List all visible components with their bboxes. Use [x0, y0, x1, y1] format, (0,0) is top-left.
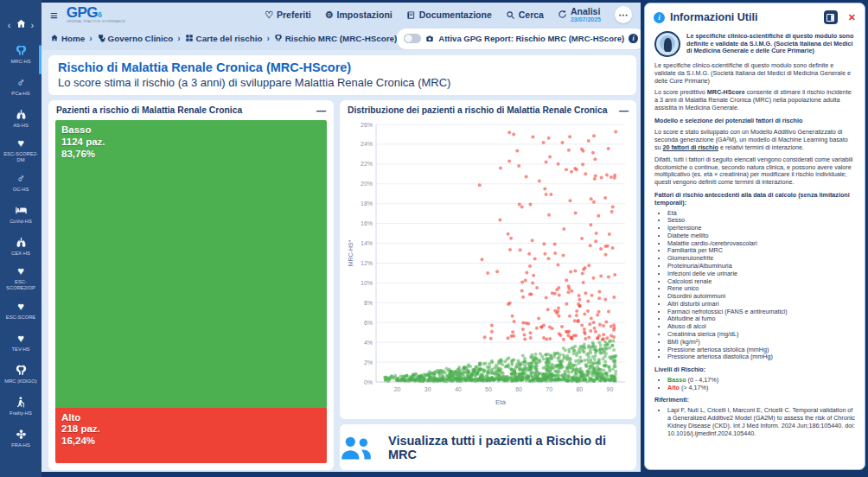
toggle-switch[interactable]	[404, 34, 421, 43]
menu-item-documentazione[interactable]: Documentazione	[406, 10, 492, 20]
close-icon[interactable]: ✕	[848, 12, 856, 23]
svg-text:40: 40	[455, 386, 462, 392]
svg-text:6%: 6%	[364, 320, 373, 326]
grid-icon	[185, 34, 194, 44]
dock-icon[interactable]	[824, 10, 838, 24]
kidney-icon	[15, 364, 28, 377]
book-icon	[406, 10, 416, 20]
view-patients-button[interactable]: Visualizza tutti i pazienti a Rischio di…	[340, 424, 636, 470]
simg-caption: Le specifiche clinico-scientifiche di qu…	[686, 33, 855, 55]
sidebar-nav: ‹ ›	[0, 12, 41, 38]
home-icon	[50, 34, 59, 44]
lungs-icon	[15, 236, 28, 249]
summary-card-collapse-icon[interactable]: —	[316, 107, 326, 114]
heart-icon: ♥	[17, 137, 24, 149]
gpg-report-toggle[interactable]: Attiva GPG Report: Rischio MRC (MRC-HSco…	[397, 29, 641, 49]
more-menu-icon[interactable]: ⋯	[615, 6, 632, 23]
info-icon: i	[654, 12, 665, 23]
sidebar-item-as-hs[interactable]: AS-HS	[0, 102, 41, 134]
svg-text:20: 20	[394, 386, 401, 392]
menu-item-preferiti[interactable]: ♡Preferiti	[265, 10, 311, 21]
sidebar-item-esc-score2-op[interactable]: ♥ESC-SCORE2/OP	[0, 262, 41, 294]
sidebar-item-label: OC-HS	[13, 187, 29, 193]
sidebar-scroll-indicator[interactable]	[39, 45, 41, 74]
info-panel-title: Informazioni Utili	[670, 11, 819, 23]
flower-icon	[15, 428, 28, 441]
sidebar-item-label: TEV-HS	[12, 347, 30, 353]
menu-item-impostazioni[interactable]: ⚙Impostazioni	[325, 10, 393, 21]
svg-text:Età: Età	[495, 398, 507, 406]
sidebar-item-label: MRC-HS	[10, 59, 30, 65]
sidebar-item-covid-hs[interactable]: CoVid-HS	[0, 198, 41, 230]
breadcrumb-item-rischio-mrc-mrc-hscore[interactable]: Rischio MRC (MRC-HScore)	[274, 34, 398, 44]
risk-segment-alto[interactable]: Alto218 paz.16,24%	[55, 408, 327, 463]
male-icon: ♂	[16, 76, 25, 89]
svg-text:70: 70	[546, 386, 552, 392]
risk-levels-list: Basso (0 - 4,17%)Alto (> 4,17%)	[654, 377, 855, 392]
toggle-info-icon[interactable]: i	[629, 34, 638, 43]
references-list: Lapi F, Nuti L, Cricelli I, Marconi E, C…	[654, 407, 855, 437]
info-panel-header: i Informazioni Utili ✕	[645, 3, 865, 29]
kidney-icon	[15, 44, 28, 57]
breadcrumb: Home›Governo Clinico›Carte del rischio›R…	[50, 34, 397, 44]
sidebar-item-esc-score[interactable]: ♥ESC-SCORE	[0, 294, 41, 326]
paragraph-validation: Le specifiche clinico-scientifiche di qu…	[654, 62, 855, 85]
sidebar-item-mrc-hs[interactable]: MRC-HS	[0, 38, 41, 70]
hamburger-menu-icon[interactable]: ≡	[50, 8, 58, 22]
menu-label: Cerca	[519, 10, 544, 20]
refresh-icon	[558, 10, 567, 19]
risk-factor-item: Pressione arteriosa diastolica (mmHg)	[667, 353, 855, 361]
sidebar-item-cex-hs[interactable]: CEX-HS	[0, 230, 41, 262]
segment-label: Alto218 paz.16,24%	[61, 412, 100, 448]
stacked-bar-chart: Basso1124 paz.83,76%Alto218 paz.16,24%	[55, 120, 327, 463]
sidebar-item-oc-hs[interactable]: ♂OC-HS	[0, 166, 41, 198]
svg-text:50: 50	[485, 386, 492, 392]
paragraph-model: Lo score è stato sviluppato con un Model…	[654, 129, 855, 151]
sidebar-item-label: ESC-SCORE2/OP	[1, 279, 41, 290]
app-window: ‹ › MRC-HS♂PCa-HSAS-HS♥ESC-SCORE2-DM♂OC-…	[0, 0, 868, 477]
home-icon[interactable]	[16, 17, 27, 33]
breadcrumb-item-governo-clinico[interactable]: Governo Clinico	[97, 34, 174, 44]
menu-label: Preferiti	[277, 10, 311, 20]
sidebar-item-frailty-hs[interactable]: Frailty-HS	[0, 390, 41, 422]
svg-text:22%: 22%	[361, 161, 373, 167]
svg-text:90: 90	[607, 386, 614, 392]
menu-item-analisi[interactable]: Analisi23/07/2025	[558, 7, 601, 22]
svg-text:16%: 16%	[361, 220, 373, 226]
sidebar-next-icon[interactable]: ›	[31, 20, 35, 30]
sidebar-item-esc-score2-dm[interactable]: ♥ESC-SCORE2-DM	[0, 134, 41, 166]
sidebar-item-tev-hs[interactable]: ♥TEV-HS	[0, 326, 41, 358]
top-menu: ♡Preferiti⚙ImpostazioniDocumentazioneCer…	[265, 6, 632, 23]
sidebar-item-label: MRC (KDIGO)	[4, 378, 36, 385]
heart-icon: ♥	[17, 264, 24, 277]
heading-model: Modello e selezione dei potenziali fatto…	[654, 118, 855, 125]
risk-summary-card: Pazienti a rischio di Malattia Renale Cr…	[48, 100, 334, 470]
sidebar-item-mrc-kdigo[interactable]: MRC (KDIGO)	[0, 358, 41, 390]
menu-item-cerca[interactable]: Cerca	[506, 10, 544, 20]
scatter-card: Distribuzione dei pazienti a rischio di …	[340, 100, 636, 419]
risk-segment-basso[interactable]: Basso1124 paz.83,76%	[55, 120, 327, 408]
svg-text:MRC-HS*: MRC-HS*	[348, 239, 354, 266]
bed-icon	[15, 204, 28, 217]
breadcrumb-item-home[interactable]: Home	[50, 34, 85, 44]
breadcrumb-item-carte-del-rischio[interactable]: Carte del rischio	[185, 34, 263, 44]
sidebar-item-label: Frailty-HS	[10, 410, 32, 417]
breadcrumb-separator: ›	[89, 34, 92, 43]
scatter-plot: 0%2%4%6%8%10%12%14%16%18%20%22%24%26%203…	[340, 118, 636, 419]
sidebar-item-pca-hs[interactable]: ♂PCa-HS	[0, 70, 41, 102]
risk-factors-list: EtàSessoIpertensioneDiabete mellitoMalat…	[654, 210, 855, 362]
sidebar-item-label: ESC-SCORE2-DM	[1, 151, 41, 162]
scatter-card-collapse-icon[interactable]: —	[619, 107, 629, 114]
gpg-logo[interactable]: GPG 6 GENERAL PRACTICE GOVERNANCE	[67, 5, 125, 24]
svg-text:26%: 26%	[361, 122, 373, 128]
logo-text: GPG	[67, 5, 98, 20]
heading-factors: Fattori di rischio antecedenti alla data…	[654, 192, 855, 207]
people-icon	[340, 435, 373, 461]
menu-label: Documentazione	[419, 10, 492, 20]
sidebar-item-fra-hs[interactable]: FRA-HS	[0, 422, 41, 454]
stethoscope-icon	[97, 34, 105, 44]
report-icon	[425, 31, 434, 47]
sidebar-prev-icon[interactable]: ‹	[8, 20, 11, 30]
svg-text:14%: 14%	[361, 240, 373, 246]
svg-text:12%: 12%	[361, 260, 373, 266]
